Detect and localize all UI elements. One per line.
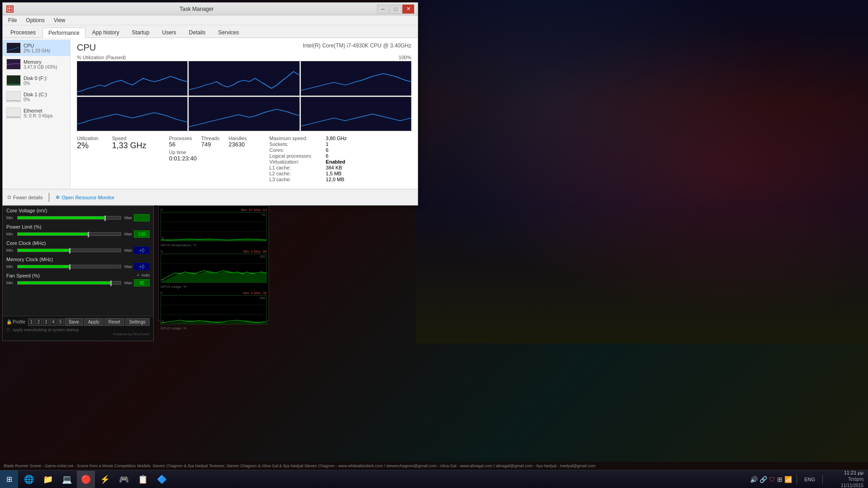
taskbar-app2[interactable]: 🎮: [115, 471, 133, 488]
power-limit-slider-row: Power Limit (%) Min Max 100: [6, 224, 150, 238]
tm-footer: ⊙ Fewer details ⊕ Open Resource Monitor: [3, 189, 418, 205]
clock-time: 11:21 μμ: [827, 469, 863, 476]
power-limit-value: 100: [134, 230, 150, 238]
core-voltage-label: Core Voltage (mV): [6, 208, 150, 213]
sidebar-item-disk1[interactable]: Disk 1 (C:) 0%: [3, 89, 70, 105]
system-tray: 🔊 🔗 🛡 ⊞ 📶 ENG 11:21 μμ Τετάρτη11/11/2015: [745, 469, 868, 488]
profile-1[interactable]: 1: [28, 319, 34, 326]
memory-clock-track[interactable]: [17, 265, 121, 268]
cpu-model: Intel(R) Core(TM) i7-4930K CPU @ 3.40GHz: [303, 42, 411, 49]
taskbar-app1[interactable]: ⚡: [96, 471, 114, 488]
profile-4[interactable]: 4: [50, 319, 57, 326]
core-clock-slider-row: Core Clock (MHz) Min Max +0: [6, 240, 150, 254]
process-thread-stats: Processes 56 Threads 749 Handles 23630: [169, 136, 247, 182]
grid-icon[interactable]: ⊞: [777, 476, 783, 483]
tab-processes[interactable]: Processes: [5, 27, 42, 38]
tab-users[interactable]: Users: [156, 27, 182, 38]
taskbar: ⊞ 🌐 📁 💻 🔴 ⚡ 🎮 📋 🔷 🔊 🔗 🛡 ⊞ 📶 ENG 11:21 μμ…: [0, 470, 868, 488]
cpu-graphs-grid: [77, 61, 411, 131]
menu-options[interactable]: Options: [22, 16, 48, 24]
gpu1-usage-title: GPU1 usage, %: [160, 285, 186, 289]
startup-text: ☐ Apply overclocking at system startup: [6, 328, 150, 332]
network-icon[interactable]: 🔗: [760, 476, 767, 483]
tab-services[interactable]: Services: [212, 27, 245, 38]
ab-apply-button[interactable]: Apply: [84, 318, 104, 326]
core-clock-track[interactable]: [17, 249, 121, 252]
wifi-icon[interactable]: 📶: [784, 476, 792, 483]
memory-clock-handle: [69, 264, 71, 270]
memory-mini-graph: [6, 59, 21, 70]
fan-speed-track[interactable]: [17, 281, 121, 285]
menu-file[interactable]: File: [5, 16, 20, 24]
task-manager-window: Task Manager ─ □ ✕ File Options View Pro…: [2, 2, 418, 206]
menu-view[interactable]: View: [50, 16, 69, 24]
clock-date: Τετάρτη11/11/2015: [827, 476, 863, 488]
sidebar-item-memory[interactable]: Memory 3,47,9 GB (43%): [3, 56, 70, 72]
taskbar-app4[interactable]: 🔷: [153, 471, 171, 488]
memory-sublabel: 3,47,9 GB (43%): [24, 65, 57, 70]
app-icon: [6, 5, 14, 13]
core-voltage-slider-row: Core Voltage (mV) Min Max: [6, 208, 150, 221]
taskbar-chrome[interactable]: 🔴: [77, 471, 95, 488]
tab-details[interactable]: Details: [183, 27, 212, 38]
gpu2-usage-chart: 100 0: [160, 295, 267, 324]
cpu-graph-core5: [301, 97, 411, 131]
ab-reset-button[interactable]: Reset: [104, 318, 124, 326]
window-controls: ─ □ ✕: [377, 5, 414, 14]
resource-monitor-icon: ⊕: [56, 194, 60, 200]
disk1-label: Disk 1 (C:): [24, 92, 47, 97]
profile-3[interactable]: 3: [43, 319, 49, 326]
cpu-graph-core4: [189, 97, 299, 131]
svg-rect-0: [8, 7, 12, 11]
tab-startup[interactable]: Startup: [126, 27, 156, 38]
speed-stat: Speed 1,33 GHz: [112, 136, 146, 182]
disk0-sublabel: 0%: [24, 81, 47, 86]
language-indicator[interactable]: ENG: [802, 477, 818, 482]
speaker-icon[interactable]: 🔊: [750, 476, 758, 483]
tab-performance[interactable]: Performance: [42, 28, 85, 38]
profile-2[interactable]: 2: [35, 319, 42, 326]
taskbar-ie[interactable]: 🌐: [20, 471, 38, 488]
ab-settings-button[interactable]: Settings: [125, 318, 150, 326]
core-voltage-fill: [18, 216, 104, 219]
fan-speed-fill: [18, 282, 110, 284]
profile-5[interactable]: 5: [57, 319, 64, 326]
sidebar-item-disk0[interactable]: Disk 0 (F:) 0%: [3, 72, 70, 89]
windows-logo-icon: ⊞: [6, 475, 12, 483]
cpu-title: CPU: [77, 42, 96, 53]
disk0-label: Disk 0 (F:): [24, 75, 47, 81]
close-button[interactable]: ✕: [402, 5, 414, 14]
clock-area[interactable]: 11:21 μμ Τετάρτη11/11/2015: [827, 469, 863, 488]
disk1-mini-graph: [6, 91, 21, 102]
fan-speed-handle: [110, 281, 112, 286]
cpu-label: CPU: [24, 43, 50, 48]
maximize-button[interactable]: □: [390, 5, 401, 14]
tray-separator: [797, 475, 797, 484]
sidebar: CPU 2% 1,33 GHz Memory 3,47,9 GB (43%): [3, 38, 71, 189]
ab-powered-by: Powered by RivaTuner: [6, 332, 150, 336]
tab-app-history[interactable]: App history: [86, 27, 125, 38]
gpu2-temp-chart: 70 0: [160, 212, 267, 241]
taskbar-app3[interactable]: 📋: [134, 471, 152, 488]
minimize-button[interactable]: ─: [377, 5, 389, 14]
disk0-mini-graph: [6, 75, 21, 86]
taskbar-explorer[interactable]: 📁: [39, 471, 57, 488]
power-limit-track[interactable]: [17, 232, 121, 236]
gpu2-usage-title: GPU2 usage, %: [160, 326, 186, 330]
lang-separator: [822, 475, 823, 484]
ethernet-sublabel: S: 0 R: 0 Kbps: [24, 113, 52, 118]
start-button[interactable]: ⊞: [0, 470, 18, 488]
memory-clock-fill: [18, 265, 69, 268]
security-icon[interactable]: 🛡: [769, 476, 775, 483]
ab-save-button[interactable]: Save: [65, 318, 83, 326]
sidebar-item-ethernet[interactable]: Ethernet S: 0 R: 0 Kbps: [3, 105, 70, 121]
open-resource-monitor-link[interactable]: ⊕ Open Resource Monitor: [56, 194, 114, 200]
core-voltage-track[interactable]: [17, 216, 121, 220]
gpu1-usage-chart: 100 0: [160, 253, 267, 283]
utilization-stat: Utilization 2%: [77, 136, 99, 182]
core-voltage-value: [134, 214, 150, 221]
memory-clock-label: Memory Clock (MHz): [6, 257, 150, 262]
sidebar-item-cpu[interactable]: CPU 2% 1,33 GHz: [3, 40, 70, 56]
taskbar-computer[interactable]: 💻: [58, 471, 76, 488]
fewer-details-button[interactable]: ⊙ Fewer details: [7, 194, 42, 200]
